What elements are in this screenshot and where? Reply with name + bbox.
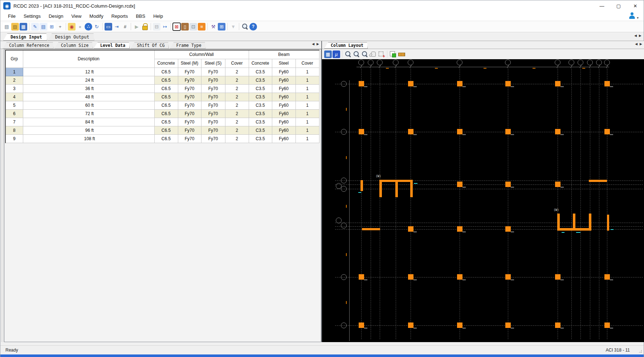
tab-scroll-left-icon[interactable]: ◀ [634,34,637,37]
input-tab-scroll-right-icon[interactable]: ▶ [317,42,319,46]
help-icon[interactable]: ? [249,23,257,31]
new-document-icon[interactable]: ▤ [3,23,11,31]
cell-cw-steel-m[interactable]: Fy70 [178,68,201,76]
input-tab-scroll-left-icon[interactable]: ◀ [312,42,314,46]
cell-cw-steel-m[interactable]: Fy70 [178,118,201,126]
wall-marker[interactable] [557,214,560,228]
menu-item[interactable]: Modify [85,12,107,20]
table-blue-icon[interactable]: ⊞ [218,23,225,31]
column-tool-icon[interactable]: + [56,23,64,31]
save-plot-icon[interactable]: ▦ [324,50,332,58]
cell-cw-concrete[interactable]: C6.5 [154,84,178,93]
column-marker[interactable] [604,129,610,134]
column-marker[interactable] [555,182,561,187]
column-marker[interactable] [505,274,511,280]
grid-icon[interactable]: ⊞ [48,23,56,31]
panel-splitter[interactable] [0,49,4,342]
filter-icon[interactable]: ▼ [229,23,237,31]
input-tab[interactable]: Shift Of CG [130,42,169,49]
cell-beam-concrete[interactable]: C3.5 [249,109,272,118]
cell-description[interactable]: 60 ft [23,101,154,109]
cell-cw-cover[interactable]: 2 [225,84,249,93]
column-marker[interactable] [604,322,610,328]
menu-item[interactable]: Settings [20,12,45,20]
column-marker[interactable] [359,129,364,134]
dots-circle-icon[interactable]: ∴ [85,23,92,31]
cell-description[interactable]: 48 ft [23,93,154,101]
rotate-icon[interactable]: ↻ [93,23,101,31]
cell-cw-cover[interactable]: 2 [225,101,249,109]
cell-cw-cover[interactable]: 2 [225,76,249,84]
input-tab[interactable]: Column Size [54,42,93,49]
cell-cw-concrete[interactable]: C6.5 [154,76,178,84]
cell-grp[interactable]: 3 [5,84,23,93]
tab-column-layout[interactable]: Column Layout [324,42,368,49]
monitor-icon[interactable]: ▭ [105,23,112,31]
copy-pages-icon[interactable]: ⊡ [189,23,197,31]
column-marker[interactable] [505,322,511,328]
column-marker[interactable] [555,81,561,86]
calculator-icon[interactable]: ≡ [198,23,205,31]
input-tab[interactable]: Column Reference [3,42,54,49]
cell-beam-cover[interactable]: 1 [295,101,319,109]
save-icon[interactable]: ▦ [20,23,27,31]
cell-cw-steel-s[interactable]: Fy70 [201,134,225,143]
layout-tab-scroll-right-icon[interactable]: ▶ [640,42,642,46]
cell-beam-concrete[interactable]: C3.5 [249,84,272,93]
wall-marker[interactable] [557,228,591,231]
capture-image-icon[interactable] [389,50,397,58]
clipboard-icon[interactable]: ▯ [181,23,189,31]
column-marker[interactable] [408,274,413,280]
cell-cw-concrete[interactable]: C6.5 [154,109,178,118]
zoom-extents-icon[interactable] [352,50,360,58]
cell-beam-steel[interactable]: Fy60 [272,84,295,93]
close-button[interactable]: ✕ [627,0,644,11]
cell-grp[interactable]: 2 [5,76,23,84]
cell-description[interactable]: 84 ft [23,118,154,126]
cell-cw-steel-m[interactable]: Fy70 [178,134,201,143]
detail-list-icon[interactable]: ▤ [40,23,47,31]
document-tab[interactable]: Design Input [3,33,47,41]
cell-cw-cover[interactable]: 2 [225,126,249,134]
cell-cw-steel-m[interactable]: Fy70 [178,109,201,118]
cell-cw-steel-s[interactable]: Fy70 [201,126,225,134]
column-marker[interactable] [457,81,462,86]
cell-beam-steel[interactable]: Fy60 [272,118,295,126]
wall-marker[interactable] [360,180,363,191]
cell-beam-concrete[interactable]: C3.5 [249,134,272,143]
cell-cw-steel-s[interactable]: Fy70 [201,101,225,109]
cell-cw-cover[interactable]: 2 [225,118,249,126]
wall-marker[interactable] [589,180,607,182]
cell-cw-steel-s[interactable]: Fy70 [201,93,225,101]
wall-marker[interactable] [379,182,382,197]
cell-cw-steel-m[interactable]: Fy70 [178,101,201,109]
cell-grp[interactable]: 6 [5,109,23,118]
cell-beam-concrete[interactable]: C3.5 [249,76,272,84]
cell-cw-steel-s[interactable]: Fy70 [201,68,225,76]
cell-grp[interactable]: 7 [5,118,23,126]
column-marker[interactable] [555,129,561,134]
cell-cw-cover[interactable]: 2 [225,68,249,76]
select-region-icon[interactable] [378,50,385,58]
cell-cw-cover[interactable]: 2 [225,134,249,143]
cell-beam-steel[interactable]: Fy60 [272,68,295,76]
zoom-dynamic-icon[interactable] [361,50,368,58]
menu-item[interactable]: Help [149,12,167,20]
cell-grp[interactable]: 8 [5,126,23,134]
cell-cw-cover[interactable]: 2 [225,93,249,101]
tab-scroll-right-icon[interactable]: ▶ [639,34,641,37]
cell-description[interactable]: 24 ft [23,76,154,84]
zoom-icon[interactable] [241,23,249,31]
layout-tab-scroll-left-icon[interactable]: ◀ [635,42,637,46]
export-icon[interactable]: ↦ [161,23,169,31]
menu-item[interactable]: Design [45,12,67,20]
column-marker[interactable] [359,81,364,86]
column-marker[interactable] [359,322,364,328]
pan-hand-icon[interactable] [369,50,377,58]
indent-arrow-icon[interactable]: ⇥ [113,23,121,31]
column-marker[interactable] [505,81,511,86]
zoom-window-icon[interactable] [344,50,352,58]
column-marker[interactable] [505,129,511,134]
column-marker[interactable] [457,182,462,187]
cell-cw-steel-m[interactable]: Fy70 [178,76,201,84]
